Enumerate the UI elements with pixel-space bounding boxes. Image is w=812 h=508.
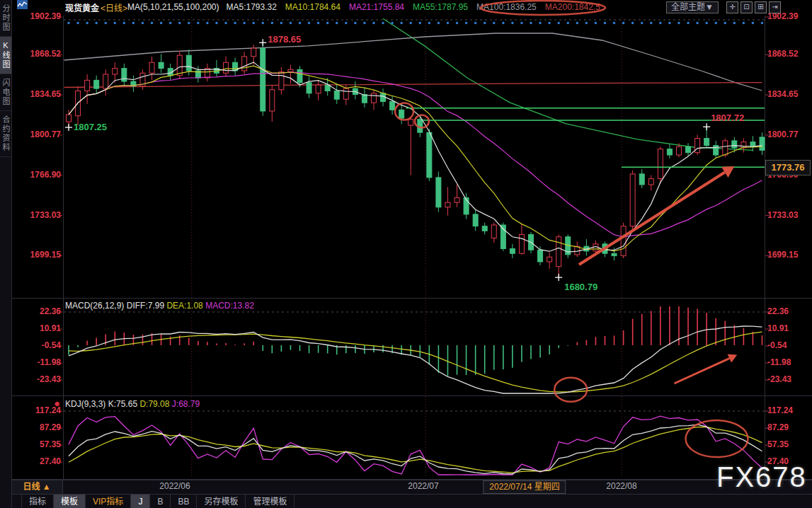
left-sidebar: 分时图K线图闪电图合约资料: [0, 0, 12, 508]
chart-canvas[interactable]: [0, 0, 812, 508]
compress-chart-icon[interactable]: ⊡: [740, 1, 753, 13]
ma-value-label: MA200:1842.5: [545, 2, 600, 12]
chart-tool-buttons: ✛⊡⊞⇥: [724, 1, 781, 13]
toolbar-item-BB[interactable]: BB: [171, 495, 197, 508]
toolbar-item-模板[interactable]: 模板: [54, 495, 86, 508]
toolbar-item-B[interactable]: B: [150, 495, 171, 508]
time-axis-row: 日线 ▲ 2022/06 2022/07 2022/07/14 星期四 2022…: [11, 480, 812, 495]
shift-right-icon[interactable]: ⇥: [769, 1, 781, 13]
x-tick-jul: 2022/07: [408, 481, 438, 491]
x-tick-jun: 2022/06: [159, 481, 190, 491]
crosshair-date-box: 2022/07/14 星期四: [483, 480, 566, 494]
symbol-name: 现货黄金: [65, 1, 99, 13]
toolbar-item-指标[interactable]: 指标: [21, 495, 54, 508]
bottom-toolbar: 指标模板VIP指标JBBB另存模板管理模板: [11, 494, 812, 508]
trading-app-window: 分时图K线图闪电图合约资料 现货黄金 <日线> MA(5,10,21,55,10…: [0, 0, 812, 508]
ma-value-label: MA10:1784.64: [285, 2, 341, 12]
kline-chart-icon: [17, 0, 28, 9]
ma-values: MA5:1793.32MA10:1784.64MA21:1755.84MA55:…: [226, 2, 608, 12]
expand-chart-icon[interactable]: ⊞: [755, 1, 767, 13]
all-themes-button[interactable]: 全部主题▼: [666, 1, 719, 13]
sidebar-item-合约资料[interactable]: 合约资料: [0, 111, 11, 157]
ma-value-label: MA100:1836.25: [476, 2, 537, 12]
crosshair-icon[interactable]: ✛: [726, 1, 738, 13]
chart-header: 现货黄金 <日线> MA(5,10,21,55,100,200) MA5:179…: [11, 0, 812, 14]
period-selector[interactable]: 日线 ▲: [11, 480, 63, 494]
ma-value-label: MA55:1787.95: [413, 2, 468, 12]
ma-group-label: MA(5,10,21,55,100,200): [127, 2, 219, 12]
toolbar-item-VIP指标[interactable]: VIP指标: [86, 495, 131, 508]
ma-value-label: MA21:1755.84: [349, 2, 404, 12]
sidebar-item-闪电图[interactable]: 闪电图: [0, 74, 11, 111]
last-price-axis-box: 1773.76: [765, 160, 811, 175]
sidebar-item-K线图[interactable]: K线图: [0, 37, 11, 74]
toolbar-item-J[interactable]: J: [131, 495, 150, 508]
period-tag: <日线>: [101, 1, 127, 13]
x-tick-aug: 2022/08: [606, 481, 636, 491]
fx678-watermark: FX678: [716, 461, 807, 493]
sidebar-item-分时图[interactable]: 分时图: [0, 0, 11, 37]
toolbar-item-管理模板[interactable]: 管理模板: [246, 495, 295, 508]
ma-value-label: MA5:1793.32: [226, 2, 276, 12]
toolbar-item-另存模板[interactable]: 另存模板: [197, 495, 246, 508]
kdj-settings-icon[interactable]: ✹: [54, 400, 60, 409]
